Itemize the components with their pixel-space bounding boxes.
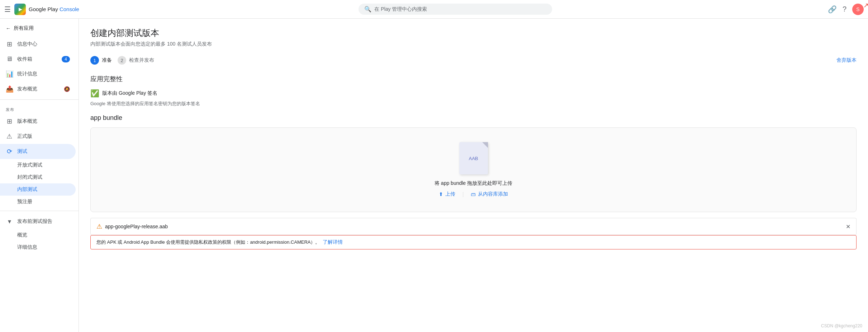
steps-bar: 1 准备 2 检查并发布 舍弃版本 bbox=[90, 56, 857, 65]
warning-text: 您的 APK 或 Android App Bundle 会使用需提供隐私权政策的… bbox=[96, 239, 320, 246]
header-left: ☰ ▶ Google Play Console bbox=[4, 4, 83, 15]
sidebar-item-pre-launch[interactable]: ▾ 发布前测试报告 bbox=[0, 214, 76, 229]
upload-divider: | bbox=[463, 191, 464, 197]
upload-actions: ⬆ 上传 | 🗃 从内容库添加 bbox=[439, 191, 508, 197]
notification-arrow-icon: ↗ bbox=[863, 1, 868, 9]
details-label: 详细信息 bbox=[17, 244, 37, 250]
inbox-icon: 🖥 bbox=[6, 55, 13, 63]
internal-test-label: 内部测试 bbox=[17, 186, 37, 192]
publish-section-label: 发布 bbox=[0, 103, 79, 114]
search-icon: 🔍 bbox=[364, 6, 371, 13]
expand-icon: ▾ bbox=[6, 218, 13, 225]
sidebar-item-label: 统计信息 bbox=[17, 71, 37, 77]
step-2-label: 检查并发布 bbox=[129, 57, 154, 64]
page-subtitle: 内部测试版本会面向您选定的最多 100 名测试人员发布 bbox=[90, 41, 857, 47]
integrity-row: ✅ 版本由 Google Play 签名 bbox=[90, 89, 857, 98]
watermark: CSDN @kgcheng220 bbox=[821, 323, 862, 328]
sidebar-item-dashboard[interactable]: ⊞ 信息中心 bbox=[0, 37, 76, 52]
app-title: Google Play Console bbox=[29, 6, 79, 12]
header-center: 🔍 在 Play 管理中心内搜索 bbox=[83, 4, 828, 15]
sidebar-item-label: 版本概览 bbox=[17, 118, 37, 125]
overview-label: 概览 bbox=[17, 232, 27, 238]
version-overview-icon: ⊞ bbox=[6, 117, 13, 125]
sidebar-item-inbox[interactable]: 🖥 收件箱 4 bbox=[0, 52, 76, 66]
step-1-number: 1 bbox=[90, 56, 99, 65]
help-icon[interactable]: ? bbox=[843, 5, 846, 13]
check-circle-icon: ✅ bbox=[90, 89, 99, 98]
step-2[interactable]: 2 检查并发布 bbox=[118, 56, 154, 65]
upload-button[interactable]: ⬆ 上传 bbox=[439, 191, 455, 197]
integrity-title: 应用完整性 bbox=[90, 75, 857, 83]
dashboard-icon: ⊞ bbox=[6, 40, 13, 48]
file-warning-icon: ⚠ bbox=[96, 223, 102, 230]
header-right: 🔗 ? S ↗ bbox=[828, 4, 864, 15]
sidebar-sub-item-internal-test[interactable]: 内部测试 bbox=[0, 183, 76, 196]
back-label: 所有应用 bbox=[14, 25, 34, 32]
sidebar: ← 所有应用 ⊞ 信息中心 🖥 收件箱 4 📊 统计信息 📤 发布概览 🔕 发布… bbox=[0, 19, 79, 332]
sidebar-item-stats[interactable]: 📊 统计信息 bbox=[0, 66, 76, 81]
sidebar-item-release[interactable]: ⚠ 正式版 bbox=[0, 129, 76, 144]
step-2-number: 2 bbox=[118, 56, 126, 65]
upload-drag-label: 将 app bundle 拖放至此处即可上传 bbox=[435, 180, 512, 187]
page-title: 创建内部测试版本 bbox=[90, 27, 857, 39]
sidebar-item-label: 正式版 bbox=[17, 133, 32, 140]
sidebar-divider-2 bbox=[0, 211, 79, 211]
pre-launch-label: 发布前测试报告 bbox=[17, 218, 52, 225]
test-icon: ⟳ bbox=[6, 148, 13, 155]
sidebar-item-label: 收件箱 bbox=[17, 56, 32, 62]
integrity-sub-text: Google 将使用您选择的应用签名密钥为您的版本签名 bbox=[90, 100, 857, 107]
upload-area[interactable]: AAB 将 app bundle 拖放至此处即可上传 ⬆ 上传 | 🗃 从内容库… bbox=[90, 127, 857, 212]
logo-area: ▶ Google Play Console bbox=[14, 4, 79, 15]
step-1-label: 准备 bbox=[102, 57, 112, 64]
from-library-button[interactable]: 🗃 从内容库添加 bbox=[471, 191, 508, 197]
main-layout: ← 所有应用 ⊞ 信息中心 🖥 收件箱 4 📊 统计信息 📤 发布概览 🔕 发布… bbox=[0, 19, 868, 332]
sidebar-item-publish-overview[interactable]: 📤 发布概览 🔕 bbox=[0, 81, 76, 97]
closed-test-label: 封闭式测试 bbox=[17, 174, 42, 180]
aab-corner bbox=[482, 142, 488, 148]
sidebar-divider bbox=[0, 99, 79, 100]
avatar[interactable]: S bbox=[852, 4, 864, 15]
sidebar-sub-item-overview[interactable]: 概览 bbox=[0, 229, 76, 241]
warning-learn-more-link[interactable]: 了解详情 bbox=[323, 239, 343, 246]
back-arrow-icon: ← bbox=[6, 25, 11, 31]
header: ☰ ▶ Google Play Console 🔍 在 Play 管理中心内搜索… bbox=[0, 0, 868, 19]
open-test-label: 开放式测试 bbox=[17, 162, 42, 168]
sidebar-sub-item-details[interactable]: 详细信息 bbox=[0, 241, 76, 253]
sidebar-item-version-overview[interactable]: ⊞ 版本概览 bbox=[0, 114, 76, 129]
release-icon: ⚠ bbox=[6, 132, 13, 140]
step-1[interactable]: 1 准备 bbox=[90, 56, 112, 65]
stats-icon: 📊 bbox=[6, 70, 13, 78]
abandon-link[interactable]: 舍弃版本 bbox=[836, 57, 857, 64]
integrity-check-text: 版本由 Google Play 签名 bbox=[102, 90, 157, 97]
hamburger-icon[interactable]: ☰ bbox=[4, 5, 11, 14]
sidebar-item-label: 发布概览 bbox=[17, 86, 37, 92]
warning-banner: 您的 APK 或 Android App Bundle 会使用需提供隐私权政策的… bbox=[90, 235, 857, 249]
sidebar-back-button[interactable]: ← 所有应用 bbox=[0, 22, 79, 35]
content-area: 创建内部测试版本 内部测试版本会面向您选定的最多 100 名测试人员发布 1 准… bbox=[79, 19, 868, 332]
bundle-title: app bundle bbox=[90, 114, 857, 122]
sidebar-sub-item-closed-test[interactable]: 封闭式测试 bbox=[0, 171, 76, 183]
file-entry: ⚠ app-googlePlay-release.aab ✕ bbox=[90, 218, 857, 235]
publish-overview-icon: 📤 bbox=[6, 85, 13, 93]
sidebar-item-label: 测试 bbox=[17, 148, 27, 155]
play-logo-icon: ▶ bbox=[14, 4, 26, 15]
library-icon: 🗃 bbox=[471, 191, 476, 197]
no-publish-icon: 🔕 bbox=[64, 86, 70, 92]
sidebar-sub-item-pre-register[interactable]: 预注册 bbox=[0, 196, 76, 208]
inbox-badge: 4 bbox=[62, 56, 70, 62]
file-name: app-googlePlay-release.aab bbox=[105, 224, 168, 229]
link-icon[interactable]: 🔗 bbox=[828, 5, 837, 14]
sidebar-sub-item-open-test[interactable]: 开放式测试 bbox=[0, 159, 76, 171]
sidebar-item-test[interactable]: ⟳ 测试 bbox=[0, 144, 76, 159]
upload-arrow-icon: ⬆ bbox=[439, 191, 443, 197]
aab-file-icon: AAB bbox=[459, 142, 488, 174]
pre-register-label: 预注册 bbox=[17, 198, 32, 204]
sidebar-item-label: 信息中心 bbox=[17, 41, 37, 47]
search-bar[interactable]: 🔍 在 Play 管理中心内搜索 bbox=[359, 4, 552, 15]
file-close-button[interactable]: ✕ bbox=[846, 223, 850, 230]
search-placeholder: 在 Play 管理中心内搜索 bbox=[374, 6, 427, 13]
